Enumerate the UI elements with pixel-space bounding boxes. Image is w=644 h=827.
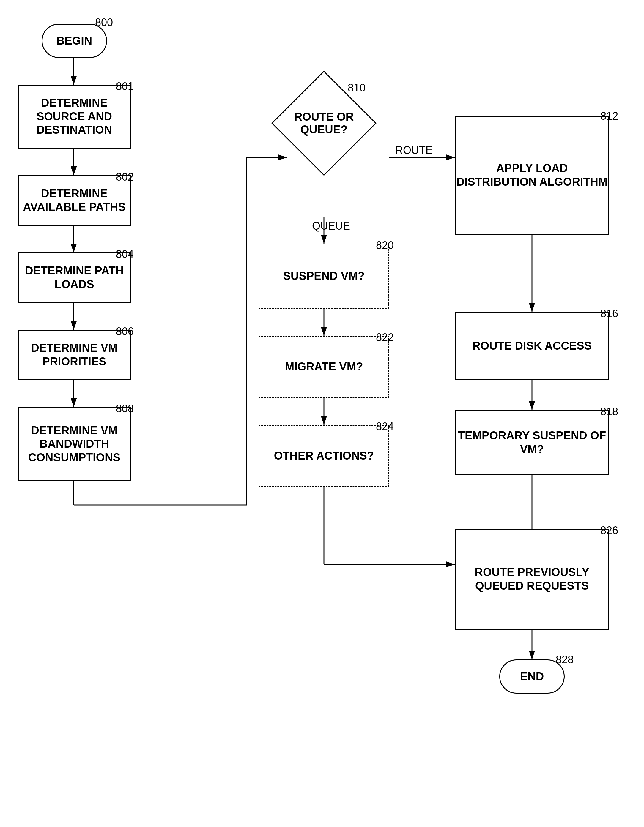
node-802: DETERMINE AVAILABLE PATHS	[18, 175, 131, 226]
label-822: MIGRATE VM?	[285, 360, 363, 374]
label-806: DETERMINE VM PRIORITIES	[19, 341, 130, 368]
label-826: ROUTE PREVIOUSLY QUEUED REQUESTS	[456, 566, 608, 593]
label-824: OTHER ACTIONS?	[274, 449, 374, 463]
node-822: MIGRATE VM?	[259, 335, 389, 398]
route-label: ROUTE	[395, 144, 433, 156]
node-826: ROUTE PREVIOUSLY QUEUED REQUESTS	[455, 529, 609, 630]
label-801: DETERMINE SOURCE AND DESTINATION	[19, 96, 130, 137]
num-828: 828	[556, 654, 574, 666]
num-804: 804	[116, 248, 134, 261]
begin-label: BEGIN	[56, 34, 92, 48]
num-826: 826	[600, 524, 618, 537]
label-802: DETERMINE AVAILABLE PATHS	[19, 187, 130, 214]
label-810: ROUTE OR QUEUE?	[287, 86, 361, 161]
node-816: ROUTE DISK ACCESS	[455, 312, 609, 380]
num-806: 806	[116, 325, 134, 338]
num-812: 812	[600, 110, 618, 122]
num-820: 820	[376, 239, 394, 251]
node-808: DETERMINE VM BANDWIDTH CONSUMPTIONS	[18, 407, 131, 481]
num-802: 802	[116, 171, 134, 183]
num-800: 800	[95, 16, 113, 29]
label-816: ROUTE DISK ACCESS	[472, 339, 592, 353]
label-820: SUSPEND VM?	[283, 270, 365, 283]
num-808: 808	[116, 403, 134, 415]
num-824: 824	[376, 420, 394, 433]
node-812: APPLY LOAD DISTRIBUTION ALGORITHM	[455, 116, 609, 235]
node-806: DETERMINE VM PRIORITIES	[18, 330, 131, 380]
node-810-container: ROUTE OR QUEUE?	[287, 86, 361, 161]
node-801: DETERMINE SOURCE AND DESTINATION	[18, 85, 131, 148]
label-812: APPLY LOAD DISTRIBUTION ALGORITHM	[456, 162, 608, 189]
queue-label: QUEUE	[312, 220, 350, 232]
node-820: SUSPEND VM?	[259, 243, 389, 309]
node-824: OTHER ACTIONS?	[259, 425, 389, 487]
num-816: 816	[600, 307, 618, 320]
num-822: 822	[376, 331, 394, 344]
label-818: TEMPORARY SUSPEND OF VM?	[456, 429, 608, 456]
label-804: DETERMINE PATH LOADS	[19, 264, 130, 291]
flowchart-diagram: BEGIN 800 DETERMINE SOURCE AND DESTINATI…	[0, 0, 644, 827]
node-818: TEMPORARY SUSPEND OF VM?	[455, 410, 609, 475]
label-808: DETERMINE VM BANDWIDTH CONSUMPTIONS	[19, 424, 130, 465]
num-801: 801	[116, 80, 134, 93]
num-818: 818	[600, 406, 618, 418]
begin-node: BEGIN	[42, 24, 107, 58]
end-node: END	[499, 660, 565, 694]
node-804: DETERMINE PATH LOADS	[18, 253, 131, 303]
end-label: END	[520, 670, 544, 683]
